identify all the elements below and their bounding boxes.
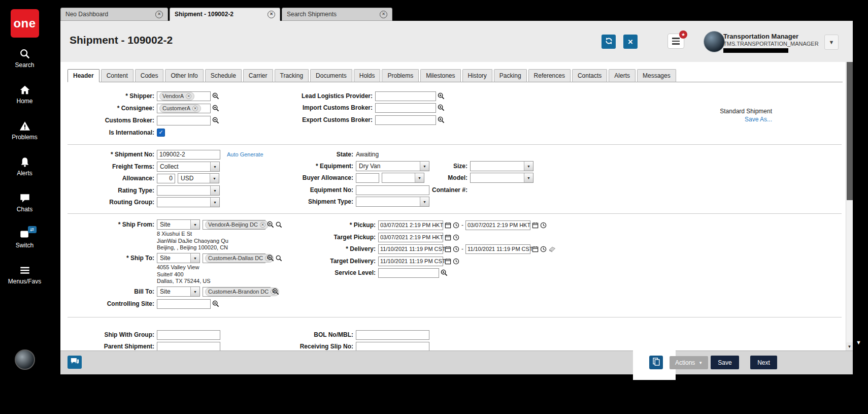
save-as-link[interactable]: Save As... [745,116,772,123]
tab-content[interactable]: Content [101,69,133,82]
scrollbar-down-icon[interactable]: ▼ [846,342,853,351]
controlling-site-field[interactable] [157,299,211,309]
remove-chip-icon[interactable]: ✕ [260,222,265,228]
window-tab-neo-dashboard[interactable]: Neo Dashboard ✕ [60,8,168,21]
content-scrollbar[interactable]: ▼ [846,62,853,351]
tab-history[interactable]: History [462,69,492,82]
export-customs-broker-field[interactable] [375,115,436,125]
user-avatar[interactable] [704,31,725,52]
remove-chip-icon[interactable]: ✕ [192,106,198,111]
lookup-add-icon[interactable] [212,92,219,100]
calendar-icon[interactable] [445,234,451,241]
lookup-add-icon[interactable] [438,92,445,100]
lookup-add-icon[interactable] [438,116,445,123]
import-customs-broker-field[interactable] [375,103,436,113]
lookup-add-icon[interactable] [272,288,279,295]
lookup-add-icon[interactable] [438,104,445,111]
freight-terms-select[interactable]: Collect▼ [157,162,220,172]
tab-holds[interactable]: Holds [354,69,381,82]
chat-button[interactable] [68,356,82,369]
consignee-field[interactable]: CustomerA✕ [157,104,211,113]
service-level-field[interactable] [378,268,439,278]
tab-milestones[interactable]: Milestones [420,69,460,82]
window-tab-search-shipments[interactable]: Search Shipments ✕ [282,8,392,21]
sidebar-item-switch[interactable]: ⇄ Switch [0,228,49,249]
shipment-no-field[interactable]: 109002-2 [157,150,220,160]
lookup-add-icon[interactable] [441,269,448,276]
clock-icon[interactable] [453,258,459,265]
shipper-field[interactable]: VendorA✕ [157,91,211,101]
lookup-add-icon[interactable] [212,300,219,307]
sidebar-item-search[interactable]: Search [0,48,49,69]
refresh-button[interactable] [602,35,616,49]
customs-broker-field[interactable] [157,116,211,125]
tab-carrier[interactable]: Carrier [243,69,273,82]
sidebar-item-home[interactable]: Home [0,84,49,105]
copy-shipment-button[interactable] [649,356,663,369]
close-screen-button[interactable]: ✕ [623,35,638,49]
receiving-slip-no-field[interactable] [356,342,429,351]
routing-group-select[interactable]: ▼ [157,197,220,207]
close-icon[interactable]: ✕ [155,11,163,18]
lookup-add-icon[interactable] [212,117,219,124]
pickup-start-field[interactable]: 03/07/2021 2:19 PM HKT [378,220,443,230]
tab-codes[interactable]: Codes [135,69,164,82]
tab-references[interactable]: References [528,69,571,82]
lead-logistics-provider-field[interactable] [375,91,436,101]
eraser-icon[interactable] [548,246,556,252]
calendar-icon[interactable] [445,246,451,252]
tab-contacts[interactable]: Contacts [572,69,607,82]
allowance-currency-select[interactable]: USD▼ [178,173,219,183]
parent-shipment-field[interactable] [157,342,220,351]
ship-to-mode-select[interactable]: Site▼ [157,253,200,263]
model-select[interactable]: ▼ [470,173,533,183]
one-logo[interactable]: one [11,9,39,38]
rating-type-select[interactable]: ▼ [157,185,220,196]
shipment-type-select[interactable]: ▼ [356,197,429,207]
window-tab-shipment[interactable]: Shipment - 109002-2 ✕ [170,8,280,21]
calendar-icon[interactable] [445,222,451,229]
delivery-start-field[interactable]: 11/10/2021 11:19 PM CST [378,244,443,254]
page-scroll-down-icon[interactable]: ▼ [856,339,861,345]
next-button[interactable]: Next [750,356,777,369]
ship-to-field[interactable]: CustomerA-Dallas DC✕ [203,253,265,263]
lookup-add-icon[interactable] [267,254,274,262]
tab-packing[interactable]: Packing [494,69,527,82]
clock-icon[interactable] [453,222,459,229]
user-info[interactable]: Transportation Manager TMS.TRANSPORTATIO… [723,33,807,53]
tab-problems[interactable]: Problems [382,69,419,82]
allowance-field[interactable]: 0 [157,174,175,183]
ship-from-mode-select[interactable]: Site▼ [157,219,200,230]
notifications-menu-button[interactable]: ★ [667,34,684,49]
user-menu-chevron-button[interactable]: ▼ [824,35,839,50]
clock-icon[interactable] [540,246,547,252]
sidebar-item-chats[interactable]: Chats [0,192,49,213]
sidebar-item-problems[interactable]: Problems [0,120,49,141]
tab-other-info[interactable]: Other Info [165,69,203,82]
buyer-allowance-field[interactable] [356,173,379,183]
calendar-icon[interactable] [445,258,451,265]
clock-icon[interactable] [540,222,547,229]
size-select[interactable]: ▼ [470,161,533,171]
delivery-end-field[interactable]: 11/10/2021 11:19 PM CST [465,244,530,254]
tab-tracking[interactable]: Tracking [275,69,309,82]
auto-generate-link[interactable]: Auto Generate [227,151,263,157]
tab-schedule[interactable]: Schedule [205,69,242,82]
tab-header[interactable]: Header [68,69,99,82]
scrollbar-thumb[interactable] [847,62,853,200]
clock-icon[interactable] [453,246,459,252]
pickup-end-field[interactable]: 03/07/2021 2:19 PM HKT [465,220,530,230]
tab-alerts[interactable]: Alerts [609,69,636,82]
lookup-add-icon[interactable] [212,105,219,112]
ship-from-field[interactable]: VendorA-Beijing DC✕ [203,220,265,230]
calendar-icon[interactable] [532,222,539,229]
lookup-add-icon[interactable] [267,221,274,228]
target-delivery-field[interactable]: 11/10/2021 11:19 PM CST [378,257,443,266]
remove-chip-icon[interactable]: ✕ [186,93,191,99]
close-icon[interactable]: ✕ [268,11,275,18]
is-international-checkbox[interactable]: ✓ [157,129,165,137]
sidebar-item-alerts[interactable]: Alerts [0,156,49,177]
calendar-icon[interactable] [532,246,539,252]
ship-with-group-field[interactable] [157,330,220,340]
bill-to-mode-select[interactable]: Site▼ [157,286,200,297]
